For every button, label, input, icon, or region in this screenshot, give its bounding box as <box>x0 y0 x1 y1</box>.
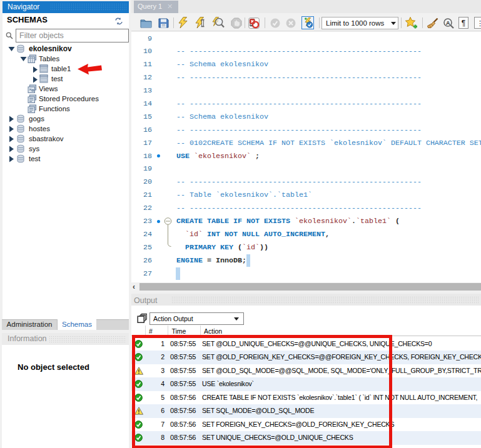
svg-text:A: A <box>446 20 450 26</box>
